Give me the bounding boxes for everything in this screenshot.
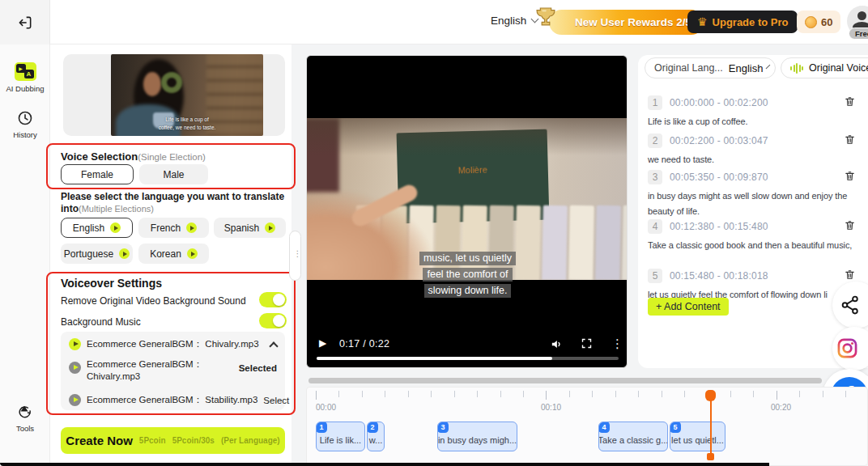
sidebar-label-history: History bbox=[13, 130, 37, 139]
language-option-english[interactable]: English bbox=[61, 218, 133, 238]
sidebar-item-tools[interactable]: Tools bbox=[0, 403, 50, 433]
ruler-tick bbox=[662, 391, 662, 397]
prompt-line1: Please select the language you want to t… bbox=[61, 191, 284, 202]
segment-text[interactable]: Life is like a cup of coffee. bbox=[648, 114, 858, 129]
bgm-item-chivalry[interactable]: Ecommerce GeneralBGM： Chivalry.mp3 Selec… bbox=[69, 358, 277, 382]
language-label-french: French bbox=[151, 222, 181, 234]
language-option-korean[interactable]: Korean bbox=[138, 244, 209, 264]
playhead-handle[interactable] bbox=[705, 390, 716, 401]
create-price-2: 5Pcoin/30s bbox=[172, 436, 215, 445]
video-player[interactable]: Molière music, let us quietly feel the c… bbox=[306, 55, 628, 368]
background-music-toggle[interactable] bbox=[259, 313, 287, 328]
toggle-knob bbox=[273, 294, 285, 306]
player-progress-fill bbox=[317, 357, 552, 360]
language-option-portuguese[interactable]: Portuguese bbox=[61, 244, 133, 264]
thumb-face bbox=[143, 72, 161, 96]
rewards-label: New User Rewards 2/5 bbox=[575, 16, 691, 28]
segment-number: 3 bbox=[648, 170, 662, 184]
segment-text[interactable]: in busy days might as well slow down and… bbox=[648, 189, 858, 219]
playhead-line bbox=[710, 400, 712, 455]
language-option-french[interactable]: French bbox=[138, 218, 209, 238]
segment-number: 1 bbox=[648, 95, 662, 110]
timeline-clip-2[interactable]: 2 w... bbox=[367, 422, 385, 451]
bgm-play-icon[interactable] bbox=[69, 362, 81, 374]
delete-segment-button[interactable] bbox=[844, 170, 856, 185]
original-language-label: Original Lang... bbox=[654, 62, 723, 74]
language-label-korean: Korean bbox=[150, 248, 181, 260]
ruler-label-0020: 00:20 bbox=[771, 403, 791, 412]
subtitle-line-3: slowing down life. bbox=[424, 284, 512, 298]
timeline-clip-1[interactable]: 1 Life is lik... bbox=[316, 422, 365, 451]
segment-time: 00:12:380 - 00:15:480 bbox=[670, 221, 768, 232]
chevron-down-icon bbox=[766, 64, 771, 69]
play-sample-icon[interactable] bbox=[110, 222, 121, 233]
ruler-tick bbox=[592, 391, 593, 397]
share-icon bbox=[840, 294, 861, 316]
delete-segment-button[interactable] bbox=[844, 95, 856, 111]
sidebar-item-ai-dubbing[interactable]: ▶A AI Dubbing bbox=[0, 62, 50, 93]
headphones-shape bbox=[161, 72, 182, 93]
timeline-horizontal-scrollbar[interactable] bbox=[308, 378, 822, 383]
play-button-icon[interactable]: ▶ bbox=[319, 337, 326, 349]
background-music-label: Background Music bbox=[61, 316, 141, 328]
thumb-caption-line2: coffee, we need to taste. bbox=[111, 124, 263, 131]
language-option-spanish[interactable]: Spanish bbox=[214, 218, 286, 238]
timeline-clip-5[interactable]: 5 let us quietl... bbox=[670, 422, 725, 451]
collapse-chevron-icon[interactable] bbox=[269, 341, 278, 350]
segment-text[interactable]: Take a classic good book and then a beau… bbox=[648, 238, 858, 253]
coin-count: 60 bbox=[821, 16, 832, 28]
exit-icon bbox=[17, 15, 33, 31]
timeline-clip-4[interactable]: 4 Take a classic g... bbox=[598, 422, 668, 451]
timeline-ruler: 00:00 00:10 00:20 bbox=[306, 387, 868, 419]
ruler-tick bbox=[777, 391, 777, 400]
volume-icon[interactable] bbox=[550, 337, 564, 354]
coin-balance[interactable]: 60 bbox=[797, 11, 840, 33]
bgm-name: Ecommerce GeneralBGM： Stability.mp3 bbox=[87, 394, 257, 406]
panel-collapse-handle[interactable] bbox=[289, 231, 301, 281]
ruler-tick bbox=[753, 391, 754, 397]
play-sample-icon[interactable] bbox=[119, 248, 130, 259]
playhead-foot bbox=[707, 453, 714, 460]
interface-language-selector[interactable]: English bbox=[491, 15, 538, 27]
interface-language-value: English bbox=[491, 15, 526, 27]
player-menu-icon[interactable]: ⋮ bbox=[611, 337, 623, 351]
voice-female-button[interactable]: Female bbox=[61, 164, 134, 184]
original-language-selector[interactable]: Original Lang... English bbox=[645, 57, 776, 78]
play-sample-icon[interactable] bbox=[186, 222, 197, 233]
new-user-rewards-button[interactable]: New User Rewards 2/5 bbox=[549, 10, 704, 35]
segment-time: 00:15:480 - 00:18:018 bbox=[670, 270, 768, 282]
language-label-portuguese: Portuguese bbox=[64, 248, 113, 260]
upgrade-to-pro-button[interactable]: ♛ Upgrade to Pro bbox=[687, 11, 798, 33]
create-price-1: 5Pcoin bbox=[139, 436, 166, 445]
sidebar-item-history[interactable]: History bbox=[0, 109, 50, 139]
bgm-select-action[interactable]: Select bbox=[263, 396, 289, 405]
play-sample-icon[interactable] bbox=[187, 248, 198, 259]
window-bottom-edge bbox=[0, 463, 769, 466]
delete-segment-button[interactable] bbox=[844, 219, 856, 235]
bgm-selected-status[interactable]: Selected bbox=[239, 363, 277, 373]
voice-male-label: Male bbox=[163, 169, 184, 180]
player-controls: ▶ 0:17 / 0:22 ⋮ bbox=[307, 335, 628, 356]
play-sample-icon[interactable] bbox=[265, 222, 275, 233]
remove-bg-sound-toggle[interactable] bbox=[259, 292, 287, 307]
bgm-item-stability[interactable]: Ecommerce GeneralBGM： Stability.mp3 Sele… bbox=[69, 394, 277, 406]
bgm-play-icon[interactable] bbox=[69, 338, 81, 350]
ruler-tick bbox=[454, 391, 455, 397]
player-progress-bar[interactable] bbox=[317, 357, 619, 360]
waveform-icon bbox=[790, 63, 803, 74]
fullscreen-icon[interactable] bbox=[581, 337, 593, 353]
bgm-item-current[interactable]: Ecommerce GeneralBGM： Chivalry.mp3 bbox=[69, 338, 277, 350]
create-now-button[interactable]: Create Now 5Pcoin 5Pcoin/30s (Per Langua… bbox=[61, 427, 285, 454]
original-voice-recognition-button[interactable]: Original Voice Rec bbox=[781, 57, 868, 78]
voice-male-button[interactable]: Male bbox=[139, 164, 208, 184]
avatar-head bbox=[857, 11, 866, 20]
prompt-line2: into bbox=[61, 203, 79, 214]
bgm-play-icon[interactable] bbox=[69, 394, 81, 406]
bgm-name: Ecommerce GeneralBGM： Chivalry.mp3 bbox=[87, 358, 215, 382]
timeline-clip-3[interactable]: 3 in busy days migh... bbox=[437, 422, 517, 451]
delete-segment-button[interactable] bbox=[844, 133, 856, 149]
segment-text[interactable]: we need to taste. bbox=[648, 152, 858, 167]
exit-button[interactable] bbox=[0, 0, 50, 44]
add-content-button[interactable]: + Add Content bbox=[648, 298, 729, 316]
transcript-segment-1: 100:00:000 - 00:02:200 Life is like a cu… bbox=[648, 95, 858, 129]
